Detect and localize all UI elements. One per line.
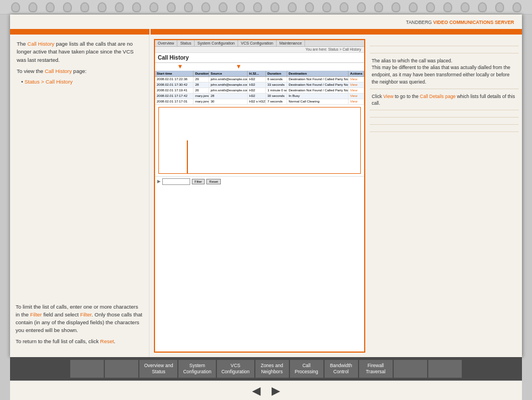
view-paragraph: To view the Call History page: bbox=[17, 67, 142, 76]
info-duration bbox=[370, 118, 519, 125]
mock-reset-btn[interactable]: Reset bbox=[206, 179, 221, 184]
callout-line-vert bbox=[187, 140, 188, 174]
nav-path: • Status > Call History bbox=[21, 78, 142, 86]
nav-system-config[interactable]: System Configuration bbox=[178, 360, 216, 378]
filter-area: To limit the list of calls, enter one or… bbox=[16, 301, 143, 348]
mid-right-column: Overview Status System Configuration VCS… bbox=[149, 35, 522, 357]
mock-nav-maintenance: Maintenance bbox=[277, 40, 305, 46]
binding-ring bbox=[46, 2, 55, 12]
table-row: 2008.02.01 17:30:42 28 john.smith@exampl… bbox=[155, 82, 364, 88]
info-panel: The alias to which the call was placed.T… bbox=[370, 39, 519, 353]
info-destination: The alias to which the call was placed.T… bbox=[370, 53, 519, 89]
th-dur: Duration bbox=[194, 71, 209, 76]
binding-ring bbox=[461, 2, 470, 12]
info-actions: Click View to go to the Call Details pag… bbox=[370, 89, 519, 111]
annotation-row: ▼ ▼ bbox=[155, 63, 364, 71]
mock-filter-row: ▶ Filter Reset bbox=[155, 176, 364, 187]
mock-nav-vcsconfig: VCS Configuration bbox=[238, 40, 277, 46]
binding-ring bbox=[11, 2, 20, 12]
binding-ring bbox=[219, 2, 228, 12]
th-starttime: Start time bbox=[155, 71, 194, 76]
filter-description: To limit the list of calls, enter one or… bbox=[16, 303, 143, 335]
callout-box-1 bbox=[158, 107, 361, 174]
nav-call-processing[interactable]: Call Processing bbox=[290, 360, 323, 378]
brand-block: TANDBERG VIDEO COMMUNICATIONS SERVER bbox=[406, 19, 514, 27]
info-source bbox=[370, 46, 519, 53]
binding-ring bbox=[253, 2, 262, 12]
mock-nav-status: Status bbox=[177, 40, 195, 46]
view-link[interactable]: View bbox=[383, 94, 393, 99]
nav-vcs-config[interactable]: VCS Configuration bbox=[217, 360, 254, 378]
intro-paragraph: The Call History page lists all the call… bbox=[17, 40, 142, 65]
nav-zones-neighbors[interactable]: Zones and Neighbors bbox=[255, 360, 289, 378]
call-history-link1[interactable]: Call History bbox=[27, 41, 55, 47]
mock-breadcrumb: You are here: Status > Call History bbox=[155, 47, 364, 53]
info-actions-desc: Click View to go to the Call Details pag… bbox=[372, 93, 517, 108]
right-column-header bbox=[151, 29, 522, 35]
footer: ◀ ▶ bbox=[10, 381, 522, 400]
main-content: The Call History page lists all the call… bbox=[10, 35, 522, 357]
next-page-button[interactable]: ▶ bbox=[272, 384, 280, 397]
binding-ring bbox=[184, 2, 193, 12]
binding-ring bbox=[478, 2, 487, 12]
mock-screenshot: Overview Status System Configuration VCS… bbox=[154, 39, 365, 353]
binding-ring bbox=[115, 2, 124, 12]
mock-filter-btn[interactable]: Filter bbox=[192, 179, 205, 184]
nav-firewall[interactable]: Firewall Traversal bbox=[359, 360, 393, 378]
info-status bbox=[370, 110, 519, 118]
binding-ring bbox=[132, 2, 141, 12]
mock-filter-caret: ▶ bbox=[157, 179, 161, 184]
table-row: 2008.02.01 17:17:42 mary.jones@example.c… bbox=[155, 94, 364, 99]
call-history-link2[interactable]: Call History bbox=[45, 68, 72, 74]
reset-description: To return to the full list of calls, cli… bbox=[16, 338, 143, 345]
brand-name: VIDEO COMMUNICATIONS SERVER bbox=[433, 19, 514, 25]
binding-ring bbox=[305, 2, 314, 12]
left-column: The Call History page lists all the call… bbox=[10, 35, 149, 357]
binding-ring bbox=[270, 2, 279, 12]
binding-ring bbox=[409, 2, 418, 12]
binding-ring bbox=[374, 2, 383, 12]
binding-ring bbox=[322, 2, 331, 12]
spiral-binding bbox=[0, 0, 532, 14]
binding-ring bbox=[357, 2, 366, 12]
binding-ring bbox=[201, 2, 210, 12]
page-header: TANDBERG VIDEO COMMUNICATIONS SERVER bbox=[10, 14, 522, 29]
nav-maintenance[interactable] bbox=[394, 360, 427, 378]
call-details-link[interactable]: Call Details page bbox=[420, 94, 456, 99]
column-headers bbox=[10, 29, 522, 35]
binding-ring bbox=[63, 2, 72, 12]
table-row: 2008.02.01 17:17:01 mary.jones@example.c… bbox=[155, 99, 364, 105]
nav-appendices[interactable] bbox=[428, 360, 462, 378]
nav-introduction[interactable] bbox=[70, 360, 104, 378]
binding-ring bbox=[495, 2, 504, 12]
th-h32: H.32... bbox=[248, 71, 266, 76]
nav-overview-status[interactable]: Overview and Status bbox=[139, 360, 177, 378]
nav-getting-started[interactable] bbox=[105, 360, 138, 378]
filter-action-link[interactable]: Filter bbox=[80, 311, 92, 318]
table-row: 2008.02.01 17:19:41 26 john.smith@exampl… bbox=[155, 88, 364, 94]
binding-ring bbox=[443, 2, 452, 12]
table-row: 2008.02.01 17:22:36 29 john.smith@exampl… bbox=[155, 77, 364, 82]
info-destination-desc: The alias to which the call was placed.T… bbox=[372, 57, 517, 86]
th-dur2: Duration bbox=[266, 71, 287, 76]
mock-nav-overview: Overview bbox=[155, 40, 177, 46]
nav-path-link[interactable]: Status > Call History bbox=[25, 79, 72, 85]
binding-ring bbox=[98, 2, 107, 12]
footer-nav: ◀ ▶ bbox=[252, 384, 280, 397]
binding-ring bbox=[426, 2, 435, 12]
binding-ring bbox=[149, 2, 158, 12]
reset-link[interactable]: Reset bbox=[100, 338, 114, 344]
info-protocol bbox=[370, 125, 519, 132]
binding-ring bbox=[80, 2, 89, 12]
mock-page-title: Call History bbox=[155, 53, 364, 63]
nav-bandwidth[interactable]: Bandwidth Control bbox=[325, 360, 358, 378]
binding-ring bbox=[512, 2, 521, 12]
mock-filter-input[interactable] bbox=[162, 178, 190, 185]
th-dest: Destination bbox=[287, 71, 349, 76]
prev-page-button[interactable]: ◀ bbox=[252, 384, 260, 397]
binding-ring bbox=[288, 2, 297, 12]
binding-ring bbox=[340, 2, 349, 12]
page: TANDBERG VIDEO COMMUNICATIONS SERVER The… bbox=[10, 14, 522, 357]
th-actions: Actions bbox=[349, 71, 364, 76]
filter-field-link[interactable]: Filter bbox=[30, 311, 42, 318]
